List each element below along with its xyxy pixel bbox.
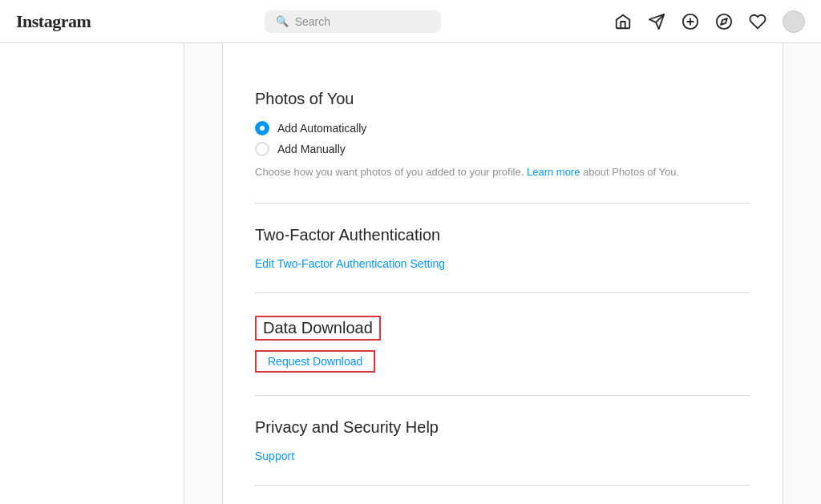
learn-more-link[interactable]: Learn more (527, 166, 580, 178)
add-icon[interactable] (681, 13, 699, 30)
compass-icon[interactable] (715, 13, 733, 30)
two-factor-title: Two-Factor Authentication (255, 226, 750, 244)
send-icon[interactable] (648, 13, 665, 30)
search-bar[interactable]: 🔍 (265, 10, 441, 33)
radio-selected-indicator (255, 121, 269, 135)
photos-of-you-section: Photos of You Add Automatically Add Manu… (255, 67, 750, 204)
heart-icon[interactable] (749, 13, 766, 30)
privacy-help-section: Privacy and Security Help Support (255, 396, 750, 486)
add-manually-option[interactable]: Add Manually (255, 142, 750, 156)
support-link[interactable]: Support (255, 450, 294, 462)
search-input[interactable] (295, 15, 430, 28)
privacy-help-title: Privacy and Security Help (255, 418, 750, 437)
mentions-section: Mentions Allow @mentions From (255, 486, 750, 505)
data-download-title: Data Download (263, 319, 373, 337)
radio-group: Add Automatically Add Manually (255, 121, 750, 156)
main-content: Photos of You Add Automatically Add Manu… (222, 43, 783, 504)
sidebar (0, 43, 184, 504)
data-download-title-box: Data Download (255, 316, 381, 341)
radio-unselected-indicator (255, 142, 269, 156)
page-wrapper: Photos of You Add Automatically Add Manu… (0, 43, 821, 504)
two-factor-section: Two-Factor Authentication Edit Two-Facto… (255, 204, 750, 293)
header: Instagram 🔍 (0, 0, 821, 43)
add-manually-label: Add Manually (277, 143, 346, 155)
photos-of-you-title: Photos of You (255, 90, 750, 108)
request-download-button[interactable]: Request Download (255, 350, 375, 373)
data-download-section: Data Download Request Download (255, 293, 750, 396)
add-automatically-label: Add Automatically (277, 122, 366, 135)
svg-point-5 (717, 14, 731, 28)
photos-description: Choose how you want photos of you added … (255, 164, 750, 180)
header-nav (614, 10, 805, 33)
add-automatically-option[interactable]: Add Automatically (255, 121, 750, 135)
svg-marker-6 (721, 18, 727, 25)
search-icon: 🔍 (276, 15, 289, 27)
edit-2fa-link[interactable]: Edit Two-Factor Authentication Setting (255, 257, 445, 270)
home-icon[interactable] (614, 13, 632, 30)
instagram-logo: Instagram (16, 11, 91, 32)
avatar[interactable] (783, 10, 805, 33)
